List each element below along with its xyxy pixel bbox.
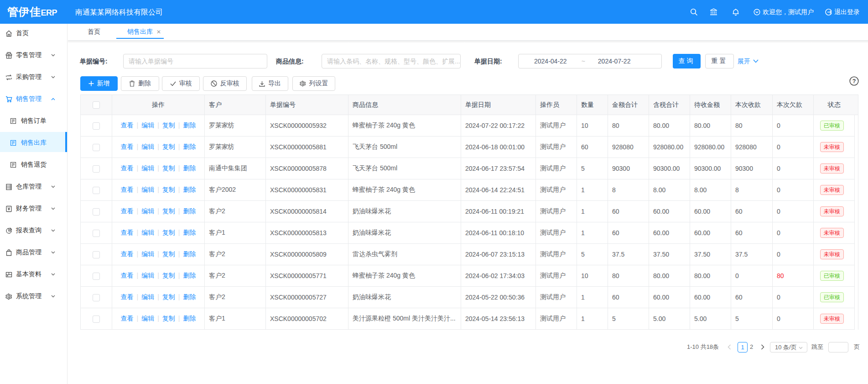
svg-text:?: ? (852, 78, 856, 84)
